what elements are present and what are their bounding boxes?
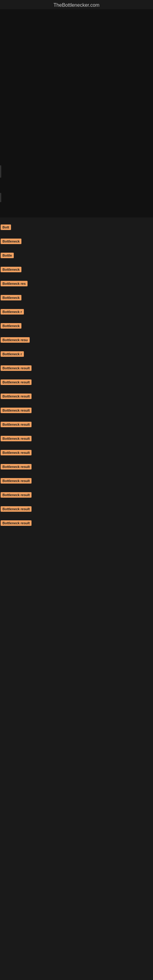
result-row: Bottleneck [0, 319, 153, 332]
result-row: Bottleneck result [0, 361, 153, 375]
result-row: Bottleneck [0, 291, 153, 304]
result-row: Bottleneck result [0, 460, 153, 474]
result-row: Bottleneck r [0, 305, 153, 318]
bottleneck-result-badge[interactable]: Bottle [1, 253, 14, 258]
result-row: Bottleneck res [0, 277, 153, 290]
bottleneck-result-badge[interactable]: Bottleneck result [1, 492, 32, 498]
bottleneck-result-badge[interactable]: Bottleneck result [1, 506, 32, 512]
bottleneck-result-badge[interactable]: Bott [1, 224, 11, 230]
bottleneck-result-badge[interactable]: Bottleneck r [1, 351, 24, 357]
bottleneck-result-badge[interactable]: Bottleneck result [1, 407, 32, 413]
bottleneck-result-badge[interactable]: Bottleneck result [1, 436, 32, 441]
bottleneck-result-badge[interactable]: Bottleneck result [1, 520, 32, 526]
bottleneck-result-badge[interactable]: Bottleneck result [1, 393, 32, 399]
result-row: Bottleneck result [0, 418, 153, 431]
result-row: Bottleneck result [0, 446, 153, 460]
bottleneck-result-badge[interactable]: Bottleneck result [1, 365, 32, 371]
result-row: Bottle [0, 249, 153, 262]
result-row: Bottleneck resu [0, 333, 153, 347]
bottleneck-result-badge[interactable]: Bottleneck result [1, 450, 32, 455]
result-row: Bottleneck [0, 235, 153, 248]
result-row: Bottleneck result [0, 432, 153, 445]
result-row: Bottleneck result [0, 404, 153, 417]
bottleneck-result-badge[interactable]: Bottleneck result [1, 464, 32, 469]
bottleneck-result-badge[interactable]: Bottleneck r [1, 309, 24, 315]
result-row: Bott [0, 221, 153, 234]
bottleneck-result-badge[interactable]: Bottleneck [1, 323, 21, 329]
result-row: Bottleneck r [0, 347, 153, 361]
bottleneck-result-badge[interactable]: Bottleneck resu [1, 337, 30, 343]
bottleneck-result-badge[interactable]: Bottleneck [1, 239, 21, 244]
bottleneck-result-badge[interactable]: Bottleneck [1, 295, 21, 301]
bottleneck-result-badge[interactable]: Bottleneck result [1, 422, 32, 427]
results-section: Bott Bottleneck Bottle Bottleneck Bottle… [0, 218, 153, 530]
bottleneck-result-badge[interactable]: Bottleneck result [1, 379, 32, 385]
bottleneck-result-badge[interactable]: Bottleneck result [1, 478, 32, 484]
bottleneck-result-badge[interactable]: Bottleneck res [1, 281, 27, 286]
bottleneck-result-badge[interactable]: Bottleneck [1, 267, 21, 272]
result-row: Bottleneck result [0, 474, 153, 488]
result-row: Bottleneck [0, 263, 153, 276]
result-row: Bottleneck result [0, 516, 153, 530]
result-row: Bottleneck result [0, 502, 153, 516]
result-row: Bottleneck result [0, 390, 153, 403]
site-title: TheBottlenecker.com [0, 0, 153, 9]
result-row: Bottleneck result [0, 488, 153, 502]
result-row: Bottleneck result [0, 375, 153, 389]
chart-visualization-area [0, 9, 153, 218]
